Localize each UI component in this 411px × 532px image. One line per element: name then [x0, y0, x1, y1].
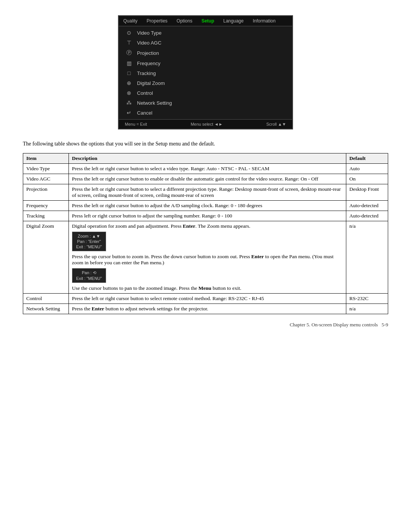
cell-default: On	[346, 174, 388, 184]
video-agc-icon: ⊤	[125, 40, 133, 46]
footer-page: 5-9	[382, 322, 388, 328]
cell-description: Press the left or right cursor button to…	[69, 184, 346, 201]
cell-item: Video Type	[23, 164, 69, 174]
cell-description: Press left or right cursor button to adj…	[69, 211, 346, 221]
cell-default: Auto	[346, 164, 388, 174]
zoom-menu-1: Zoom : ▲▼ Pan : "Enter" Exit : "MENU"	[72, 232, 106, 251]
tab-setup[interactable]: Setup	[197, 16, 218, 26]
osd-label-control: Control	[137, 90, 153, 96]
cell-item: Digital Zoom	[23, 221, 69, 294]
col-header-item: Item	[23, 153, 69, 164]
osd-menu: Quality Properties Options Setup Languag…	[118, 15, 293, 129]
cell-description-digital-zoom: Digital operation for zoom and pan adjus…	[69, 221, 346, 294]
cell-description: Press the left or right cursor button to…	[69, 164, 346, 174]
table-row: Video AGC Press the left or right cursor…	[23, 174, 388, 184]
settings-table: Item Description Default Video Type Pres…	[23, 153, 388, 314]
osd-label-network-setting: Network Setting	[137, 100, 172, 106]
osd-item-video-agc[interactable]: ⊤ Video AGC	[119, 38, 292, 48]
tracking-icon: □	[125, 70, 133, 76]
col-header-default: Default	[346, 153, 388, 164]
enter-bold-1: Enter	[183, 223, 195, 229]
cell-description: Press the left or right cursor button to…	[69, 174, 346, 184]
cell-item: Frequency	[23, 201, 69, 211]
cell-item: Video AGC	[23, 174, 69, 184]
cell-default: Auto-detected	[346, 211, 388, 221]
osd-item-digital-zoom[interactable]: ⊕ Digital Zoom	[119, 78, 292, 88]
osd-footer: Menu = Exit Menu select ◄► Scroll ▲▼	[119, 119, 292, 129]
cell-item: Control	[23, 294, 69, 304]
digital-zoom-icon: ⊕	[125, 80, 133, 86]
osd-item-frequency[interactable]: ▥ Frequency	[119, 58, 292, 68]
osd-footer-scroll: Scroll ▲▼	[266, 122, 286, 126]
table-row-digital-zoom: Digital Zoom Digital operation for zoom …	[23, 221, 388, 294]
table-row: Tracking Press left or right cursor butt…	[23, 211, 388, 221]
cell-item: Network Setting	[23, 304, 69, 314]
cell-default: n/a	[346, 304, 388, 314]
frequency-icon: ▥	[125, 60, 133, 66]
osd-footer-select: Menu select ◄►	[191, 122, 223, 126]
osd-label-frequency: Frequency	[137, 61, 160, 66]
page-footer: Chapter 5. On-screen Display menu contro…	[23, 322, 388, 328]
osd-label-digital-zoom: Digital Zoom	[137, 80, 165, 86]
osd-footer-menu: Menu = Exit	[125, 122, 147, 126]
cell-description: Press the left or right cursor button to…	[69, 294, 346, 304]
table-row-network-setting: Network Setting Press the Enter button t…	[23, 304, 388, 314]
tab-information[interactable]: Information	[248, 16, 280, 26]
cell-item: Tracking	[23, 211, 69, 221]
osd-item-video-type[interactable]: ⊙ Video Type	[119, 28, 292, 38]
cell-default: Auto-detected	[346, 201, 388, 211]
table-row: Frequency Press the left or right cursor…	[23, 201, 388, 211]
osd-item-control[interactable]: ⊗ Control	[119, 88, 292, 98]
col-header-description: Description	[69, 153, 346, 164]
projection-icon: Ⓟ	[125, 50, 133, 56]
table-row: Video Type Press the left or right curso…	[23, 164, 388, 174]
zoom-menu-2-line1: Pan : ⟲	[76, 270, 102, 276]
tab-options[interactable]: Options	[172, 16, 197, 26]
cell-default: Desktop Front	[346, 184, 388, 201]
osd-label-projection: Projection	[137, 50, 159, 56]
cell-description: Press the left or right cursor button to…	[69, 201, 346, 211]
osd-label-video-agc: Video AGC	[137, 40, 161, 46]
zoom-menu-1-line3: Exit : "MENU"	[76, 244, 102, 249]
zoom-menu-2-line2: Exit : "MENU"	[76, 276, 102, 281]
zoom-menu-1-line2: Pan : "Enter"	[76, 239, 102, 244]
video-type-icon: ⊙	[125, 30, 133, 36]
footer-chapter: Chapter 5. On-screen Display menu contro…	[290, 322, 378, 328]
intro-paragraph: The following table shows the options th…	[23, 141, 388, 147]
osd-item-cancel[interactable]: ↵ Cancel	[119, 108, 292, 118]
network-setting-icon: ⁂	[125, 100, 133, 106]
zoom-menu-1-line1: Zoom : ▲▼	[76, 233, 102, 239]
control-icon: ⊗	[125, 90, 133, 96]
table-row: Projection Press the left or right curso…	[23, 184, 388, 201]
osd-label-tracking: Tracking	[137, 70, 156, 76]
enter-bold-network: Enter	[92, 306, 104, 312]
table-row: Control Press the left or right cursor b…	[23, 294, 388, 304]
tab-quality[interactable]: Quality	[119, 16, 142, 26]
tab-properties[interactable]: Properties	[142, 16, 172, 26]
cell-description-network: Press the Enter button to adjust network…	[69, 304, 346, 314]
osd-item-projection[interactable]: Ⓟ Projection	[119, 48, 292, 58]
osd-tab-bar: Quality Properties Options Setup Languag…	[119, 16, 292, 26]
osd-label-video-type: Video Type	[137, 30, 162, 36]
enter-bold-2: Enter	[251, 254, 264, 259]
zoom-menu-2: Pan : ⟲ Exit : "MENU"	[72, 268, 106, 283]
osd-item-tracking[interactable]: □ Tracking	[119, 68, 292, 78]
menu-bold: Menu	[199, 285, 212, 291]
tab-language[interactable]: Language	[219, 16, 248, 26]
cancel-icon: ↵	[125, 110, 133, 116]
osd-item-network-setting[interactable]: ⁂ Network Setting	[119, 98, 292, 108]
cell-default: RS-232C	[346, 294, 388, 304]
cell-item: Projection	[23, 184, 69, 201]
cell-default: n/a	[346, 221, 388, 294]
osd-menu-items: ⊙ Video Type ⊤ Video AGC Ⓟ Projection ▥ …	[119, 26, 292, 119]
osd-label-cancel: Cancel	[137, 110, 152, 116]
